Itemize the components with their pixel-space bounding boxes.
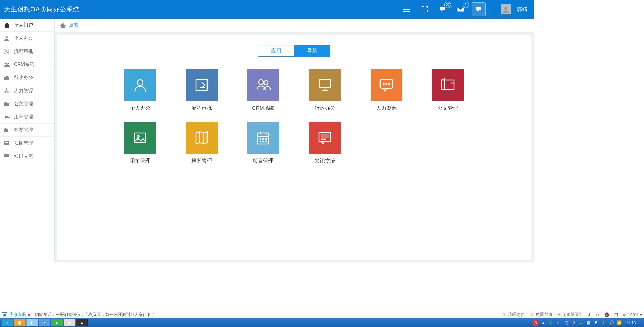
sidebar-item-6[interactable]: 公文管理› (0, 97, 54, 110)
sidebar-item-label: 档案管理 (14, 127, 33, 133)
news-label[interactable]: 头条资讯 (9, 312, 26, 318)
taskbar-app[interactable]: ● (76, 319, 88, 326)
svg-point-28 (263, 139, 263, 140)
chevron-right-icon: › (50, 128, 51, 132)
tile-grid: 个人办公流程审批CRM系统行政办公人力资源公文管理用车管理档案管理项目管理知识交… (120, 69, 469, 164)
tile-2[interactable]: CRM系统 (247, 69, 279, 112)
tile-icon (186, 69, 218, 101)
taskbar-browser1[interactable]: ◐ (26, 319, 38, 326)
news-text: 幽默笑话：一哥们去催债，几次无果，就一咬牙搬到那人家住下了 (35, 312, 155, 318)
tile-label: 用车管理 (130, 158, 151, 164)
taskbar-wechat[interactable]: ◉ (64, 319, 75, 326)
clean-memory-button[interactable]: ↻ 清理内存 (503, 312, 525, 318)
tile-icon (371, 69, 402, 101)
tile-label: 档案管理 (191, 158, 212, 164)
mail-icon[interactable]: 1 (454, 2, 468, 16)
windows-taskbar: e ▣ ◐ e ▶ ◉ ● S ▲ ◉ ▶ ⬚ 🖥 ▬ ▦ ⚑ ◐ 🔊 📶 11… (0, 318, 644, 327)
home-icon[interactable] (60, 23, 66, 28)
svg-point-27 (260, 139, 261, 140)
system-tray: S ▲ ◉ ▶ ⬚ 🖥 ▬ ▦ ⚑ ◐ 🔊 📶 11:13 (533, 318, 643, 327)
separator (492, 4, 492, 15)
tray-nvidia-icon[interactable]: ◐ (601, 320, 607, 326)
taskbar-browser2[interactable]: e (39, 319, 50, 326)
chat-icon[interactable]: 22 (436, 2, 450, 16)
tile-icon (186, 122, 218, 154)
sidebar-icon (4, 88, 10, 93)
tray-clock[interactable]: 11:13 (626, 321, 636, 325)
tile-6[interactable]: 用车管理 (124, 122, 156, 164)
sidebar-item-0[interactable]: 个人门户 (0, 19, 54, 32)
svg-point-10 (5, 117, 6, 118)
sidebar-item-1[interactable]: 个人办公› (0, 32, 54, 45)
mute-icon[interactable]: 🔇 (604, 312, 609, 317)
sidebar-item-7[interactable]: 用车管理› (0, 110, 54, 124)
scissors-icon[interactable]: ✂ (596, 312, 599, 317)
svg-point-22 (388, 84, 390, 85)
avatar[interactable] (501, 4, 511, 14)
taskbar-iqiyi[interactable]: ▶ (51, 319, 63, 326)
tile-icon (124, 69, 156, 101)
sidebar: 个人门户个人办公›流程审批›CRM系统›行政办公›人力资源›公文管理›用车管理›… (0, 19, 55, 262)
sidebar-item-label: 用车管理 (14, 114, 33, 120)
tray-sogou-icon[interactable]: S (533, 320, 538, 326)
download-icon[interactable]: ⬇ (588, 312, 591, 317)
svg-point-32 (266, 141, 266, 142)
svg-rect-13 (5, 142, 8, 143)
tile-3[interactable]: 行政办公 (309, 69, 341, 112)
menu-icon[interactable] (400, 2, 414, 16)
sidebar-item-label: CRM系统 (14, 61, 35, 68)
tile-9[interactable]: 知识交流 (309, 122, 341, 164)
news-icon[interactable]: ▣ (2, 312, 7, 317)
tile-1[interactable]: 流程审批 (186, 69, 218, 112)
svg-rect-24 (135, 133, 146, 143)
sidebar-item-8[interactable]: 档案管理› (0, 124, 54, 137)
tile-0[interactable]: 个人办公 (124, 69, 156, 112)
sidebar-item-4[interactable]: 行政办公› (0, 71, 54, 84)
sidebar-item-3[interactable]: CRM系统› (0, 58, 54, 71)
breadcrumb-label[interactable]: 桌面 (69, 22, 78, 29)
tray-iqiyi-icon[interactable]: ▶ (556, 320, 561, 326)
tile-8[interactable]: 项目管理 (247, 122, 279, 164)
tile-icon (309, 69, 341, 101)
svg-point-21 (386, 84, 387, 85)
show-desktop[interactable] (640, 318, 643, 327)
sidebar-item-10[interactable]: 知识交流› (0, 150, 54, 163)
taskbar-explorer[interactable]: ▣ (14, 319, 26, 326)
sidebar-icon (4, 128, 10, 132)
fullscreen-icon[interactable] (418, 2, 432, 16)
svg-rect-9 (5, 116, 8, 118)
tile-5[interactable]: 公文管理 (432, 69, 464, 112)
sidebar-icon (4, 36, 10, 41)
tab-app[interactable]: 应用 (258, 45, 294, 56)
tray-flag-icon[interactable]: ⚑ (594, 320, 599, 326)
tile-7[interactable]: 档案管理 (186, 122, 218, 164)
tab-nav[interactable]: 导航 (294, 45, 330, 56)
tray-green-icon[interactable]: ▬ (578, 320, 584, 326)
sidebar-item-9[interactable]: 项目管理› (0, 137, 54, 150)
tray-office-icon[interactable]: ▦ (586, 320, 592, 326)
zoom-label[interactable]: ⊕ 100% ▾ (623, 312, 642, 317)
restore-icon[interactable]: ❐ (614, 312, 618, 317)
tray-network-icon[interactable]: 📶 (616, 320, 622, 326)
doctor-button[interactable]: ✚ 浏览器医生 (557, 312, 583, 318)
tab-segment: 应用 导航 (258, 45, 330, 57)
svg-point-25 (137, 135, 139, 137)
tile-4[interactable]: 人力资源 (371, 69, 402, 112)
svg-point-31 (263, 141, 263, 142)
svg-point-2 (5, 63, 6, 64)
sidebar-item-2[interactable]: 流程审批› (0, 45, 54, 58)
accelerate-button[interactable]: ⚡ 电脑加速 (529, 312, 552, 318)
sidebar-item-5[interactable]: 人力资源› (0, 84, 54, 97)
tray-up-icon[interactable]: ▲ (540, 320, 546, 326)
tray-volume-icon[interactable]: 🔊 (609, 320, 614, 326)
taskbar-ie[interactable]: e (1, 319, 13, 326)
message-icon[interactable] (472, 2, 486, 16)
content-panel: 应用 导航 个人办公流程审批CRM系统行政办公人力资源公文管理用车管理档案管理项… (57, 35, 531, 260)
tray-monitor-icon[interactable]: 🖥 (571, 320, 576, 326)
chevron-right-icon: › (50, 36, 51, 40)
tray-wechat-icon[interactable]: ◉ (548, 320, 554, 326)
chevron-right-icon: › (50, 154, 51, 158)
tray-net-icon[interactable]: ⬚ (563, 320, 569, 326)
username[interactable]: 郭靖 (517, 6, 527, 13)
sidebar-icon (4, 154, 10, 158)
